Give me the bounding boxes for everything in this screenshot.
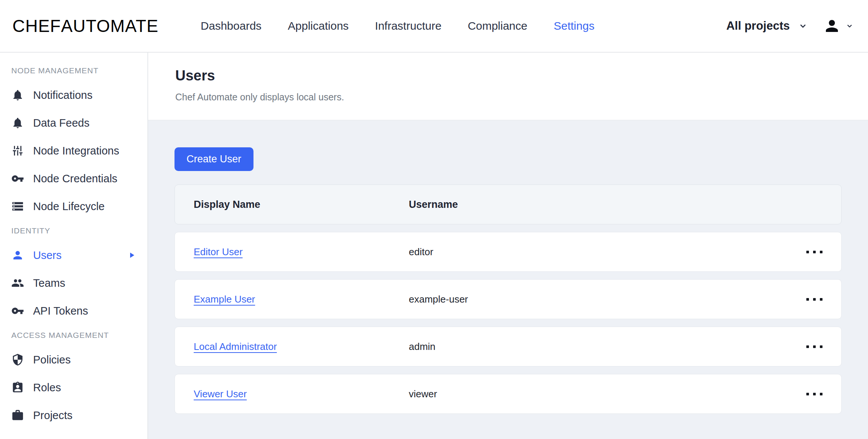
- top-navigation-bar: CHEFAUTOMATE Dashboards Applications Inf…: [0, 0, 868, 53]
- primary-nav: Dashboards Applications Infrastructure C…: [201, 20, 595, 32]
- nav-item-compliance[interactable]: Compliance: [468, 20, 527, 32]
- user-link-viewer-user[interactable]: Viewer User: [194, 388, 247, 400]
- username-cell: editor: [409, 246, 804, 258]
- user-link-local-administrator[interactable]: Local Administrator: [194, 341, 277, 352]
- chef-automate-logo[interactable]: CHEFAUTOMATE: [12, 16, 159, 36]
- sidebar-item-policies[interactable]: Policies: [0, 346, 147, 374]
- username-cell: viewer: [409, 388, 804, 400]
- logo-automate: AUTOMATE: [61, 16, 158, 36]
- sidebar-item-label: Roles: [33, 381, 61, 394]
- arrow-right-icon: [127, 251, 136, 260]
- row-menu-button[interactable]: [804, 341, 825, 353]
- sliders-icon: [11, 144, 24, 157]
- topbar-right-controls: All projects: [726, 17, 854, 35]
- more-options-icon: [806, 298, 809, 301]
- more-options-icon: [806, 251, 809, 253]
- sidebar-section-access-management: ACCESS MANAGEMENT: [0, 325, 147, 346]
- sidebar-item-label: Users: [33, 249, 62, 262]
- page-title: Users: [175, 68, 868, 83]
- chevron-down-icon: [845, 22, 854, 30]
- sidebar-item-api-tokens[interactable]: API Tokens: [0, 297, 147, 325]
- page-header: Users Chef Automate only displays local …: [148, 53, 868, 120]
- key-icon: [11, 172, 24, 185]
- sidebar-item-label: Policies: [33, 354, 71, 366]
- username-cell: example-user: [409, 294, 804, 305]
- sidebar-item-label: Node Credentials: [33, 173, 117, 185]
- sidebar-section-identity: IDENTITY: [0, 220, 147, 241]
- sidebar-item-teams[interactable]: Teams: [0, 269, 147, 297]
- key-icon: [11, 304, 24, 317]
- sidebar-item-projects[interactable]: Projects: [0, 401, 147, 429]
- create-user-button[interactable]: Create User: [175, 147, 253, 171]
- sidebar-item-roles[interactable]: Roles: [0, 374, 147, 401]
- projects-filter-label: All projects: [726, 19, 790, 33]
- row-menu-button[interactable]: [804, 294, 825, 305]
- sidebar-item-label: Node Lifecycle: [33, 200, 105, 213]
- sidebar-item-label: Data Feeds: [33, 117, 90, 129]
- user-link-editor-user[interactable]: Editor User: [194, 246, 243, 257]
- sidebar-item-data-feeds[interactable]: Data Feeds: [0, 109, 147, 137]
- main-content: Users Chef Automate only displays local …: [148, 53, 868, 439]
- shield-icon: [11, 353, 24, 366]
- username-cell: admin: [409, 341, 804, 353]
- body-wrapper: NODE MANAGEMENT Notifications Data Feeds…: [0, 53, 868, 439]
- user-menu-dropdown[interactable]: [823, 17, 854, 35]
- sidebar-item-node-lifecycle[interactable]: Node Lifecycle: [0, 192, 147, 220]
- logo-chef: CHEF: [12, 16, 61, 36]
- sidebar-item-users[interactable]: Users: [0, 241, 147, 269]
- nav-item-dashboards[interactable]: Dashboards: [201, 20, 262, 32]
- list-icon: [11, 200, 24, 213]
- bell-icon: [11, 89, 24, 101]
- sidebar-item-node-credentials[interactable]: Node Credentials: [0, 165, 147, 192]
- bell-icon: [11, 117, 24, 129]
- table-row: Local Administrator admin: [175, 327, 842, 366]
- user-link-example-user[interactable]: Example User: [194, 294, 255, 305]
- table-row: Viewer User viewer: [175, 374, 842, 414]
- sidebar-item-node-integrations[interactable]: Node Integrations: [0, 137, 147, 165]
- sidebar-item-label: Projects: [33, 409, 73, 422]
- more-options-icon: [806, 393, 809, 395]
- page-description: Chef Automate only displays local users.: [175, 92, 868, 102]
- projects-filter-dropdown[interactable]: All projects: [726, 19, 808, 33]
- column-header-username: Username: [409, 199, 841, 210]
- sidebar-item-label: Notifications: [33, 89, 93, 101]
- row-menu-button[interactable]: [804, 388, 825, 400]
- sidebar-item-label: Node Integrations: [33, 145, 119, 157]
- sidebar-item-label: Teams: [33, 277, 65, 289]
- badge-icon: [11, 381, 24, 394]
- chevron-down-icon: [798, 21, 808, 31]
- chef-automate-app: CHEFAUTOMATE Dashboards Applications Inf…: [0, 0, 868, 439]
- users-content-area: Create User Display Name Username Editor…: [148, 120, 868, 414]
- row-menu-button[interactable]: [804, 246, 825, 258]
- sidebar-item-notifications[interactable]: Notifications: [0, 81, 147, 109]
- nav-item-settings[interactable]: Settings: [554, 20, 594, 32]
- nav-item-infrastructure[interactable]: Infrastructure: [375, 20, 442, 32]
- table-row: Editor User editor: [175, 232, 842, 272]
- users-table-header: Display Name Username: [175, 185, 842, 224]
- briefcase-icon: [11, 409, 24, 422]
- users-table: Display Name Username Editor User editor: [175, 185, 842, 414]
- sidebar-item-label: API Tokens: [33, 305, 88, 317]
- more-options-icon: [806, 345, 809, 348]
- column-header-display-name: Display Name: [175, 199, 409, 210]
- people-icon: [11, 277, 24, 289]
- sidebar-section-node-management: NODE MANAGEMENT: [0, 60, 147, 81]
- person-icon: [11, 249, 24, 262]
- settings-sidebar: NODE MANAGEMENT Notifications Data Feeds…: [0, 53, 148, 439]
- user-avatar-icon: [823, 17, 841, 35]
- nav-item-applications[interactable]: Applications: [288, 20, 349, 32]
- table-row: Example User example-user: [175, 279, 842, 319]
